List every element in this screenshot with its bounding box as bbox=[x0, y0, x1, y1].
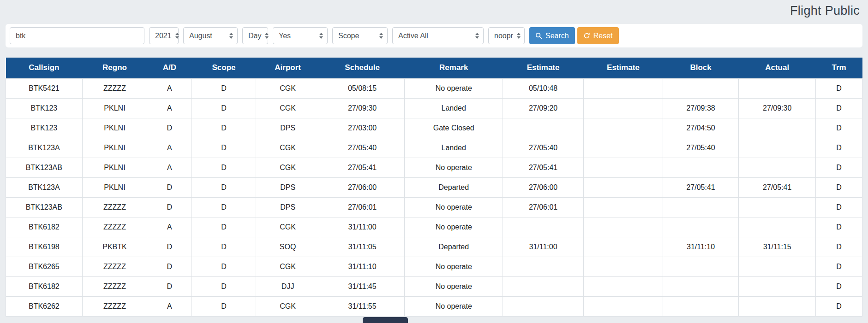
scope-select[interactable]: Scope bbox=[332, 27, 388, 44]
cell-actual bbox=[739, 138, 816, 158]
table-row: BTK123A PKLNI D D DPS 27/06:00 Departed … bbox=[6, 177, 862, 197]
cell-airport: CGK bbox=[256, 78, 320, 98]
up-down-arrows-icon bbox=[475, 33, 479, 39]
search-button[interactable]: Search bbox=[529, 27, 575, 44]
month-select-value: August bbox=[189, 32, 212, 40]
up-down-arrows-icon bbox=[379, 33, 383, 39]
cell-estimate-2 bbox=[584, 197, 663, 217]
cell-remark: Departed bbox=[405, 177, 503, 197]
cell-estimate-1 bbox=[503, 276, 583, 296]
cell-airport: CGK bbox=[256, 217, 320, 237]
cell-actual bbox=[739, 257, 816, 276]
column-header: Scope bbox=[192, 58, 256, 78]
up-down-arrows-icon bbox=[175, 33, 179, 39]
cell-schedule: 27/05:41 bbox=[320, 158, 405, 177]
table-row: BTK6182 ZZZZZ D D DJJ 31/11:45 No operat… bbox=[6, 276, 862, 296]
cell-arrival-departure: D bbox=[147, 276, 192, 296]
cell-estimate-1 bbox=[503, 118, 583, 138]
cell-actual bbox=[739, 197, 816, 217]
table-row: BTK6198 PKBTK D D SOQ 31/11:05 Departed … bbox=[6, 237, 862, 257]
page-title: Flight Public bbox=[790, 4, 860, 18]
cell-scope: D bbox=[192, 98, 256, 118]
cell-remark: Landed bbox=[405, 98, 503, 118]
cell-estimate-1: 27/05:40 bbox=[503, 138, 583, 158]
cell-trm: D bbox=[816, 138, 862, 158]
cell-regno: ZZZZZ bbox=[82, 78, 147, 98]
cell-airport: DJJ bbox=[256, 276, 320, 296]
page-header: Flight Public bbox=[0, 0, 868, 18]
cell-estimate-2 bbox=[584, 158, 663, 177]
cell-block bbox=[663, 197, 738, 217]
cell-schedule: 27/03:00 bbox=[320, 118, 405, 138]
cell-schedule: 31/11:00 bbox=[320, 217, 405, 237]
reset-button[interactable]: Reset bbox=[577, 27, 619, 44]
cell-remark: No operate bbox=[405, 257, 503, 276]
cell-trm: D bbox=[816, 118, 862, 138]
day-select[interactable]: Day bbox=[242, 27, 268, 44]
cell-trm: D bbox=[816, 177, 862, 197]
cell-estimate-1: 27/05:41 bbox=[503, 158, 583, 177]
month-select[interactable]: August bbox=[183, 27, 238, 44]
cell-block bbox=[663, 296, 738, 316]
cell-estimate-1 bbox=[503, 257, 583, 276]
search-input[interactable] bbox=[10, 27, 144, 44]
header-row: Callsign Regno A/D Scope Airport Schedul… bbox=[6, 58, 862, 78]
cell-callsign: BTK6198 bbox=[6, 237, 83, 257]
refresh-icon bbox=[583, 32, 590, 39]
noopr-select-value: noopr bbox=[494, 32, 513, 40]
column-header: Regno bbox=[82, 58, 147, 78]
active-select-value: Active All bbox=[398, 32, 428, 40]
reset-button-label: Reset bbox=[593, 32, 613, 40]
cell-estimate-2 bbox=[584, 237, 663, 257]
cell-callsign: BTK6182 bbox=[6, 217, 83, 237]
cell-airport: CGK bbox=[256, 257, 320, 276]
cell-estimate-2 bbox=[584, 118, 663, 138]
yes-select[interactable]: Yes bbox=[273, 27, 328, 44]
cell-schedule: 31/11:10 bbox=[320, 257, 405, 276]
partial-bottom-element bbox=[363, 317, 408, 323]
yes-select-value: Yes bbox=[279, 32, 291, 40]
table-row: BTK5421 ZZZZZ A D CGK 05/08:15 No operat… bbox=[6, 78, 862, 98]
cell-estimate-1: 31/11:00 bbox=[503, 237, 583, 257]
cell-remark: Gate Closed bbox=[405, 118, 503, 138]
cell-regno: ZZZZZ bbox=[82, 296, 147, 316]
cell-estimate-2 bbox=[584, 217, 663, 237]
cell-remark: No operate bbox=[405, 276, 503, 296]
filter-actions: Search Reset bbox=[529, 27, 619, 44]
cell-regno: PKLNI bbox=[82, 138, 147, 158]
noopr-select[interactable]: noopr bbox=[488, 27, 525, 44]
column-header: Estimate bbox=[584, 58, 663, 78]
cell-remark: No operate bbox=[405, 217, 503, 237]
cell-actual: 27/09:30 bbox=[739, 98, 816, 118]
cell-arrival-departure: D bbox=[147, 257, 192, 276]
cell-schedule: 31/11:05 bbox=[320, 237, 405, 257]
cell-actual bbox=[739, 158, 816, 177]
cell-schedule: 31/11:45 bbox=[320, 276, 405, 296]
cell-block: 27/04:50 bbox=[663, 118, 738, 138]
cell-trm: D bbox=[816, 296, 862, 316]
year-select[interactable]: 2021 bbox=[149, 27, 179, 44]
cell-scope: D bbox=[192, 237, 256, 257]
cell-trm: D bbox=[816, 158, 862, 177]
table-row: BTK123 PKLNI A D CGK 27/09:30 Landed 27/… bbox=[6, 98, 862, 118]
cell-actual bbox=[739, 217, 816, 237]
cell-estimate-2 bbox=[584, 98, 663, 118]
cell-actual bbox=[739, 296, 816, 316]
active-select[interactable]: Active All bbox=[392, 27, 484, 44]
cell-regno: PKLNI bbox=[82, 177, 147, 197]
cell-estimate-1: 27/06:00 bbox=[503, 177, 583, 197]
cell-block bbox=[663, 257, 738, 276]
cell-callsign: BTK123 bbox=[6, 118, 83, 138]
cell-actual: 27/05:41 bbox=[739, 177, 816, 197]
cell-estimate-2 bbox=[584, 78, 663, 98]
cell-callsign: BTK123AB bbox=[6, 197, 83, 217]
cell-regno: PKLNI bbox=[82, 118, 147, 138]
up-down-arrows-icon bbox=[517, 33, 521, 39]
cell-trm: D bbox=[816, 237, 862, 257]
filter-bar: 2021 August Day Yes Scope Active All noo… bbox=[6, 24, 862, 47]
table-row: BTK123AB ZZZZZ D D DPS 27/06:01 No opera… bbox=[6, 197, 862, 217]
cell-scope: D bbox=[192, 296, 256, 316]
cell-block bbox=[663, 217, 738, 237]
cell-arrival-departure: A bbox=[147, 217, 192, 237]
cell-arrival-departure: A bbox=[147, 296, 192, 316]
